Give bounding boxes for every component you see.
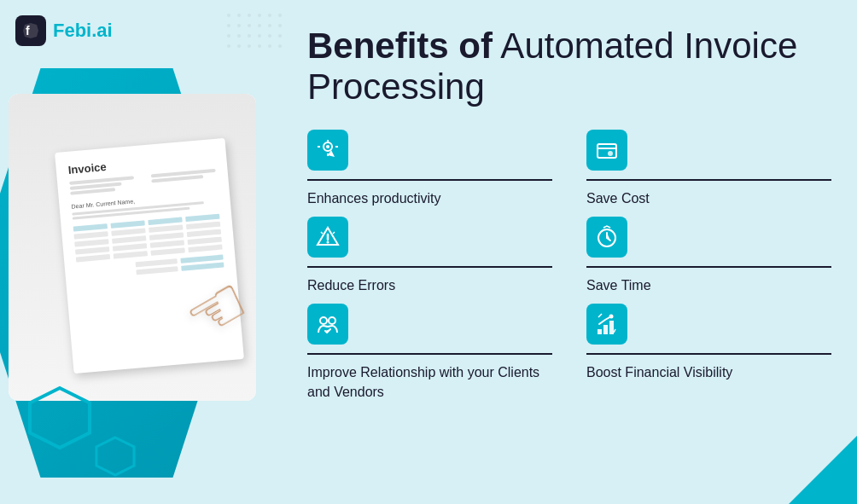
svg-rect-39: [603, 325, 608, 334]
svg-point-5: [268, 14, 271, 17]
reduce-errors-icon: [316, 225, 340, 249]
svg-marker-25: [30, 388, 90, 448]
svg-point-9: [248, 24, 251, 27]
content-area: Benefits of Automated Invoice Processing…: [282, 0, 857, 504]
svg-rect-38: [598, 329, 602, 334]
financial-visibility-divider: [586, 353, 831, 355]
svg-point-19: [227, 44, 230, 48]
svg-marker-26: [96, 437, 134, 475]
title-bold: Benefits of: [307, 26, 493, 66]
improve-relationship-label: Improve Relationship with your Clients a…: [307, 363, 552, 402]
hex-decoration-1: [26, 384, 94, 452]
financial-visibility-label: Boost Financial Visibility: [586, 363, 831, 382]
save-time-divider: [586, 266, 831, 268]
productivity-icon-box: [307, 130, 348, 171]
svg-point-21: [248, 44, 251, 48]
benefits-grid: Enhances productivity Save Cost: [307, 130, 831, 403]
save-time-icon-box: [586, 217, 627, 258]
svg-point-1: [227, 14, 230, 17]
benefit-financial-visibility: Boost Financial Visibility: [586, 304, 831, 402]
svg-rect-40: [609, 321, 614, 334]
financial-visibility-icon: [595, 312, 619, 336]
svg-point-37: [329, 317, 335, 324]
reduce-errors-label: Reduce Errors: [307, 276, 552, 295]
svg-point-10: [258, 24, 261, 27]
svg-point-23: [268, 44, 271, 48]
svg-point-8: [237, 24, 241, 27]
svg-point-28: [326, 145, 329, 148]
invoice-image: Invoice Dear Mr. Current Name,: [9, 94, 256, 401]
main-title: Benefits of Automated Invoice Processing: [307, 26, 831, 108]
productivity-icon: [316, 138, 340, 162]
svg-point-7: [227, 24, 230, 27]
svg-point-3: [248, 14, 251, 17]
logo-name: Febi.ai: [53, 20, 113, 42]
svg-point-17: [268, 34, 271, 38]
svg-text:f: f: [26, 24, 30, 38]
financial-visibility-icon-box: [586, 304, 627, 345]
save-cost-divider: [586, 179, 831, 181]
productivity-divider: [307, 179, 552, 181]
svg-point-41: [609, 315, 614, 319]
benefit-productivity: Enhances productivity: [307, 130, 552, 208]
svg-point-2: [237, 14, 241, 17]
dots-decoration: [222, 9, 290, 63]
svg-point-11: [268, 24, 271, 27]
hex-decoration-2: [94, 435, 137, 478]
logo-icon: f: [15, 15, 46, 46]
improve-relationship-icon: [316, 312, 340, 336]
svg-point-16: [258, 34, 261, 38]
svg-point-22: [258, 44, 261, 48]
productivity-label: Enhances productivity: [307, 189, 552, 208]
svg-point-20: [237, 44, 241, 48]
svg-point-13: [227, 34, 230, 38]
benefit-reduce-errors: Reduce Errors: [307, 217, 552, 295]
left-image-area: Invoice Dear Mr. Current Name,: [0, 68, 290, 503]
svg-point-36: [320, 317, 327, 324]
improve-relationship-divider: [307, 353, 552, 355]
svg-point-33: [327, 240, 329, 243]
save-cost-label: Save Cost: [586, 189, 831, 208]
svg-point-4: [258, 14, 261, 17]
reduce-errors-divider: [307, 266, 552, 268]
benefit-improve-relationship: Improve Relationship with your Clients a…: [307, 304, 552, 402]
save-time-icon: [595, 225, 619, 249]
svg-point-15: [248, 34, 251, 38]
reduce-errors-icon-box: [307, 217, 348, 258]
benefit-save-time: Save Time: [586, 217, 831, 295]
improve-relationship-icon-box: [307, 304, 348, 345]
save-cost-icon-box: [586, 130, 627, 171]
save-cost-icon: [595, 138, 619, 162]
svg-point-14: [237, 34, 241, 38]
logo-area: f Febi.ai: [15, 15, 113, 46]
svg-point-31: [608, 151, 613, 156]
benefit-save-cost: Save Cost: [586, 130, 831, 208]
save-time-label: Save Time: [586, 276, 831, 295]
svg-rect-29: [598, 144, 616, 158]
